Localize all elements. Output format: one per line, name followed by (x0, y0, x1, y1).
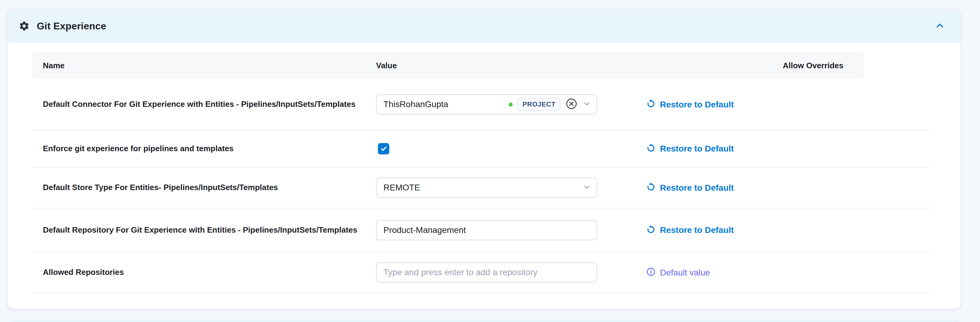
column-header-value: Value (376, 61, 397, 70)
chevron-down-icon (582, 183, 591, 192)
setting-name-label: Default Store Type For Entities- Pipelin… (43, 182, 278, 193)
git-experience-section-header[interactable]: Git Experience (8, 9, 960, 43)
restore-icon (646, 225, 656, 235)
gear-icon (18, 20, 30, 32)
restore-to-default-label: Restore to Default (660, 100, 734, 109)
setting-row-enforce-git-experience: Enforce git experience for pipelines and… (32, 130, 931, 167)
setting-row-allowed-repositories: Allowed Repositories Default value (32, 252, 931, 293)
chevron-up-icon (935, 21, 945, 31)
collapse-section-button[interactable] (933, 19, 947, 33)
setting-name-label: Default Connector For Git Experience wit… (43, 99, 356, 109)
setting-value-cell (376, 143, 389, 154)
store-type-text: REMOTE (383, 183, 420, 192)
column-header-allow-overrides: Allow Overrides (752, 61, 874, 70)
restore-to-default-label: Restore to Default (660, 183, 734, 192)
setting-name-label: Allowed Repositories (43, 267, 124, 278)
restore-to-default-link[interactable]: Restore to Default (646, 143, 734, 154)
setting-value-cell: REMOTE (376, 178, 597, 198)
scope-badge: PROJECT (517, 98, 560, 111)
settings-table: Name Value Allow Overrides Default Conne… (32, 52, 931, 293)
restore-to-default-link[interactable]: Restore to Default (646, 182, 734, 193)
setting-name-label: Enforce git experience for pipelines and… (43, 144, 234, 154)
setting-value-cell (376, 220, 597, 240)
setting-name-label: Default Repository For Git Experience wi… (43, 225, 357, 235)
setting-row-default-store-type: Default Store Type For Entities- Pipelin… (32, 167, 931, 208)
default-connector-select[interactable]: ThisRohanGupta PROJECT (376, 94, 597, 114)
connector-status-dot (509, 103, 513, 106)
default-store-type-select[interactable]: REMOTE (376, 178, 597, 198)
clear-icon[interactable] (565, 98, 578, 111)
settings-table-header: Name Value Allow Overrides (32, 52, 931, 79)
section-title: Git Experience (37, 21, 106, 32)
setting-value-cell (376, 262, 597, 282)
restore-to-default-link[interactable]: Restore to Default (646, 225, 734, 235)
default-value-indicator[interactable]: Default value (646, 267, 710, 278)
restore-icon (646, 182, 656, 193)
git-experience-settings-card: Git Experience Name Value Allow Override… (8, 9, 960, 309)
restore-icon (646, 143, 656, 154)
allowed-repositories-input[interactable] (376, 262, 597, 282)
table-header-band (32, 52, 864, 79)
restore-icon (646, 99, 656, 110)
setting-value-cell: ThisRohanGupta PROJECT (376, 94, 597, 114)
connector-name-text: ThisRohanGupta (383, 100, 449, 109)
restore-to-default-link[interactable]: Restore to Default (646, 99, 734, 110)
restore-to-default-label: Restore to Default (660, 225, 734, 235)
column-header-name: Name (43, 61, 65, 70)
setting-row-default-repository: Default Repository For Git Experience wi… (32, 208, 931, 252)
enforce-git-experience-checkbox[interactable] (378, 143, 389, 154)
default-repository-input[interactable] (376, 220, 597, 240)
next-section-header-partial[interactable] (8, 320, 960, 322)
restore-to-default-label: Restore to Default (660, 144, 734, 154)
chevron-down-icon (582, 100, 591, 109)
info-icon (646, 267, 656, 278)
default-value-label: Default value (660, 268, 710, 277)
setting-row-default-connector: Default Connector For Git Experience wit… (32, 79, 931, 130)
